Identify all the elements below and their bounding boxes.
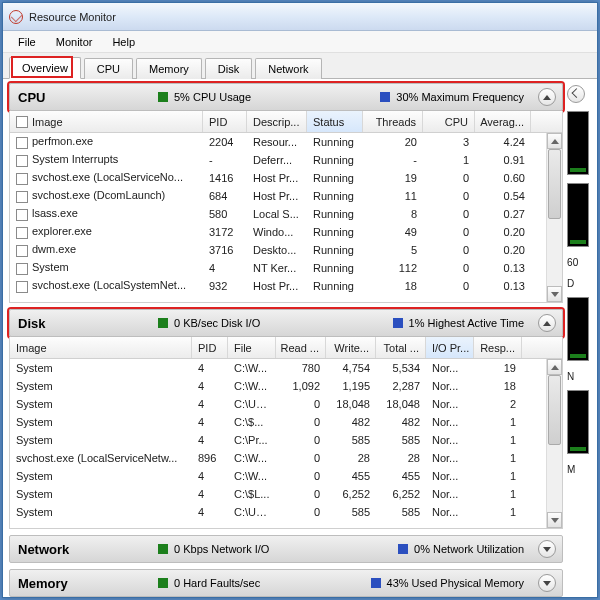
table-row[interactable]: dwm.exe3716Deskto...Running500.20 xyxy=(10,241,562,259)
table-row[interactable]: System4C:\Pr...0585585Nor...1 xyxy=(10,431,562,449)
cell-cpu: 0 xyxy=(423,243,475,257)
chevron-up-icon xyxy=(543,95,551,100)
graphs-collapse-button[interactable] xyxy=(567,85,585,103)
table-row[interactable]: System Interrupts-Deferr...Running-10.91 xyxy=(10,151,562,169)
resource-monitor-window: Resource Monitor File Monitor Help Overv… xyxy=(2,2,598,598)
col-pid[interactable]: PID xyxy=(203,111,247,132)
square-icon xyxy=(158,578,168,588)
table-row[interactable]: perfmon.exe2204Resour...Running2034.24 xyxy=(10,133,562,151)
table-row[interactable]: System4C:\$...0482482Nor...1 xyxy=(10,413,562,431)
cell-resp: 1 xyxy=(474,505,522,519)
cell-resp: 18 xyxy=(474,379,522,393)
cell-avg: 0.20 xyxy=(475,225,531,239)
triangle-up-icon xyxy=(551,139,559,144)
table-row[interactable]: System4C:\Us...018,04818,048Nor...2 xyxy=(10,395,562,413)
menubar: File Monitor Help xyxy=(3,31,597,53)
network-expand-button[interactable] xyxy=(538,540,556,558)
select-all-checkbox[interactable] xyxy=(16,116,28,128)
memory-panel-header[interactable]: Memory 0 Hard Faults/sec 43% Used Physic… xyxy=(9,569,563,597)
table-row[interactable]: svchost.exe (LocalServiceNo...1416Host P… xyxy=(10,169,562,187)
cell-pid: 2204 xyxy=(203,135,247,149)
col-image[interactable]: Image xyxy=(32,116,63,128)
col-pid[interactable]: PID xyxy=(192,337,228,358)
row-checkbox[interactable] xyxy=(16,209,28,221)
tab-memory[interactable]: Memory xyxy=(136,58,202,79)
table-row[interactable]: System4NT Ker...Running11200.13 xyxy=(10,259,562,277)
menu-file[interactable]: File xyxy=(9,34,45,50)
cell-read: 1,092 xyxy=(276,379,326,393)
table-row[interactable]: svchost.exe (LocalServiceNetw...896C:\W.… xyxy=(10,449,562,467)
cell-pid: 4 xyxy=(192,361,228,375)
scroll-down-button[interactable] xyxy=(547,512,562,528)
table-row[interactable]: lsass.exe580Local S...Running800.27 xyxy=(10,205,562,223)
disk-mini-graph xyxy=(567,297,589,361)
cell-write: 6,252 xyxy=(326,487,376,501)
col-file[interactable]: File xyxy=(228,337,276,358)
cell-threads: 49 xyxy=(363,225,423,239)
tab-network[interactable]: Network xyxy=(255,58,321,79)
cell-total: 2,287 xyxy=(376,379,426,393)
cpu-scrollbar[interactable] xyxy=(546,133,562,302)
cpu-panel-header[interactable]: CPU 5% CPU Usage 30% Maximum Frequency xyxy=(9,83,563,111)
col-status[interactable]: Status xyxy=(307,111,363,132)
disk-collapse-button[interactable] xyxy=(538,314,556,332)
table-row[interactable]: System4C:\$L...06,2526,252Nor...1 xyxy=(10,485,562,503)
row-checkbox[interactable] xyxy=(16,173,28,185)
col-read[interactable]: Read ... xyxy=(276,337,326,358)
cell-pid: 4 xyxy=(192,415,228,429)
net-mini-graph xyxy=(567,390,589,454)
table-row[interactable]: svchost.exe (LocalSystemNet...932Host Pr… xyxy=(10,277,562,295)
memory-expand-button[interactable] xyxy=(538,574,556,592)
cell-desc: Windo... xyxy=(247,225,307,239)
scroll-down-button[interactable] xyxy=(547,286,562,302)
cell-avg: 0.13 xyxy=(475,279,531,293)
menu-monitor[interactable]: Monitor xyxy=(47,34,102,50)
table-row[interactable]: System4C:\W...1,0921,1952,287Nor...18 xyxy=(10,377,562,395)
disk-panel-title: Disk xyxy=(18,316,158,331)
row-checkbox[interactable] xyxy=(16,227,28,239)
table-row[interactable]: svchost.exe (DcomLaunch)684Host Pr...Run… xyxy=(10,187,562,205)
tab-overview[interactable]: Overview xyxy=(9,57,81,79)
cell-cpu: 0 xyxy=(423,279,475,293)
cell-file: C:\W... xyxy=(228,451,276,465)
cell-cpu: 0 xyxy=(423,171,475,185)
cpu-collapse-button[interactable] xyxy=(538,88,556,106)
col-cpu[interactable]: CPU xyxy=(423,111,475,132)
menu-help[interactable]: Help xyxy=(103,34,144,50)
table-row[interactable]: System4C:\W...0455455Nor...1 xyxy=(10,467,562,485)
cell-total: 482 xyxy=(376,415,426,429)
table-row[interactable]: explorer.exe3172Windo...Running4900.20 xyxy=(10,223,562,241)
col-total[interactable]: Total ... xyxy=(376,337,426,358)
row-checkbox[interactable] xyxy=(16,281,28,293)
cell-desc: Host Pr... xyxy=(247,189,307,203)
cell-file: C:\$L... xyxy=(228,487,276,501)
tab-disk[interactable]: Disk xyxy=(205,58,252,79)
network-panel-header[interactable]: Network 0 Kbps Network I/O 0% Network Ut… xyxy=(9,535,563,563)
scroll-up-button[interactable] xyxy=(547,359,562,375)
col-desc[interactable]: Descrip... xyxy=(247,111,307,132)
cell-file: C:\W... xyxy=(228,379,276,393)
col-avg[interactable]: Averag... xyxy=(475,111,531,132)
row-checkbox[interactable] xyxy=(16,245,28,257)
disk-panel-header[interactable]: Disk 0 KB/sec Disk I/O 1% Highest Active… xyxy=(9,309,563,337)
cell-resp: 1 xyxy=(474,415,522,429)
row-checkbox[interactable] xyxy=(16,155,28,167)
titlebar[interactable]: Resource Monitor xyxy=(3,3,597,31)
row-checkbox[interactable] xyxy=(16,137,28,149)
scroll-up-button[interactable] xyxy=(547,133,562,149)
table-row[interactable]: System4C:\Us...0585585Nor...1 xyxy=(10,503,562,521)
cell-image: dwm.exe xyxy=(10,242,203,257)
cell-read: 0 xyxy=(276,433,326,447)
tab-cpu[interactable]: CPU xyxy=(84,58,133,79)
col-resp[interactable]: Resp... xyxy=(474,337,522,358)
table-row[interactable]: System4C:\W...7804,7545,534Nor...19 xyxy=(10,359,562,377)
cell-resp: 2 xyxy=(474,397,522,411)
col-threads[interactable]: Threads xyxy=(363,111,423,132)
row-checkbox[interactable] xyxy=(16,263,28,275)
col-write[interactable]: Write... xyxy=(326,337,376,358)
disk-scrollbar[interactable] xyxy=(546,359,562,528)
col-image[interactable]: Image xyxy=(10,337,192,358)
cell-total: 5,534 xyxy=(376,361,426,375)
col-iopr[interactable]: I/O Pr... xyxy=(426,337,474,358)
row-checkbox[interactable] xyxy=(16,191,28,203)
